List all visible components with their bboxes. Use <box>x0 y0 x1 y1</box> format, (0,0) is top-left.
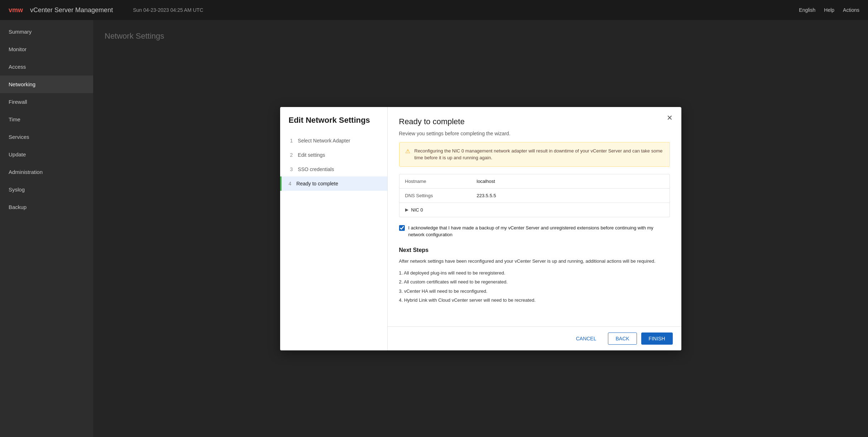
nic-chevron-icon: ▶ <box>405 207 408 212</box>
topbar: vmw vCenter Server Management Sun 04-23-… <box>0 0 868 20</box>
review-subtitle: Review you settings before completing th… <box>399 131 670 136</box>
step-2-number: 2 <box>290 152 293 158</box>
sidebar-item-firewall[interactable]: Firewall <box>0 93 93 111</box>
main-content: Network Settings Edit Network Settings 1… <box>93 20 868 437</box>
edit-network-settings-dialog: Edit Network Settings 1 Select Network A… <box>280 107 681 350</box>
dialog-body: Edit Network Settings 1 Select Network A… <box>280 107 681 350</box>
brand-logo: vmw <box>9 6 23 14</box>
dialog-title: Edit Network Settings <box>280 116 387 133</box>
dns-label: DNS Settings <box>399 189 471 203</box>
sidebar: Summary Monitor Access Networking Firewa… <box>0 20 93 437</box>
topbar-right: English Help Actions <box>799 7 859 13</box>
sidebar-item-administration[interactable]: Administration <box>0 163 93 181</box>
hostname-row: Hostname localhost <box>399 174 670 189</box>
sidebar-item-services[interactable]: Services <box>0 128 93 146</box>
back-button[interactable]: BACK <box>608 332 637 345</box>
next-step-3: 3. vCenter HA will need to be reconfigur… <box>399 287 670 295</box>
sidebar-item-time[interactable]: Time <box>0 111 93 128</box>
step-1-number: 1 <box>290 138 293 144</box>
next-step-2: 2. All custom certificates will need to … <box>399 278 670 286</box>
dialog-footer: CANCEL BACK FINISH <box>388 326 681 350</box>
language-selector[interactable]: English <box>799 7 815 13</box>
settings-table: Hostname localhost DNS Settings 223.5.5.… <box>399 174 670 217</box>
sidebar-item-access[interactable]: Access <box>0 58 93 76</box>
dialog-main-panel: ✕ Ready to complete Review you settings … <box>388 107 681 350</box>
nic-row[interactable]: ▶ NIC 0 <box>399 203 670 217</box>
next-steps-title: Next Steps <box>399 247 670 253</box>
modal-overlay: Edit Network Settings 1 Select Network A… <box>93 20 868 437</box>
sidebar-item-syslog[interactable]: Syslog <box>0 181 93 198</box>
acknowledgment-label: I acknowledge that I have made a backup … <box>408 224 670 238</box>
acknowledgment-checkbox[interactable] <box>399 225 405 231</box>
step-3-sso-credentials[interactable]: 3 SSO credentials <box>280 162 387 176</box>
step-1-select-adapter[interactable]: 1 Select Network Adapter <box>280 133 387 148</box>
warning-icon: ⚠ <box>405 148 410 155</box>
step-2-edit-settings[interactable]: 2 Edit settings <box>280 148 387 162</box>
help-link[interactable]: Help <box>824 7 834 13</box>
sidebar-item-summary[interactable]: Summary <box>0 23 93 40</box>
step-4-label: Ready to complete <box>296 181 338 186</box>
step-4-ready-to-complete[interactable]: 4 Ready to complete <box>280 176 387 191</box>
dialog-steps-sidebar: Edit Network Settings 1 Select Network A… <box>280 107 388 350</box>
dns-value: 223.5.5.5 <box>471 189 670 203</box>
step-4-number: 4 <box>289 181 292 186</box>
next-steps-list: 1. All deployed plug-ins will need to be… <box>399 269 670 305</box>
content-title: Ready to complete <box>399 117 670 126</box>
step-1-label: Select Network Adapter <box>298 138 350 144</box>
sidebar-item-networking[interactable]: Networking <box>0 76 93 93</box>
sidebar-item-update[interactable]: Update <box>0 146 93 163</box>
actions-menu[interactable]: Actions <box>843 7 859 13</box>
finish-button[interactable]: FINISH <box>641 332 673 345</box>
dns-row: DNS Settings 223.5.5.5 <box>399 189 670 203</box>
nic-row-content[interactable]: ▶ NIC 0 <box>399 203 429 217</box>
hostname-value: localhost <box>471 174 670 188</box>
nic-label: NIC 0 <box>411 207 423 213</box>
hostname-label: Hostname <box>399 174 471 188</box>
dialog-content: Ready to complete Review you settings be… <box>388 107 681 326</box>
warning-text: Reconfiguring the NIC 0 management netwo… <box>414 147 664 161</box>
cancel-button[interactable]: CANCEL <box>569 332 604 345</box>
sidebar-item-backup[interactable]: Backup <box>0 198 93 216</box>
datetime: Sun 04-23-2023 04:25 AM UTC <box>133 7 203 13</box>
step-2-label: Edit settings <box>298 152 325 158</box>
step-3-label: SSO credentials <box>298 166 334 172</box>
app-title: vCenter Server Management <box>30 6 113 14</box>
warning-box: ⚠ Reconfiguring the NIC 0 management net… <box>399 142 670 167</box>
sidebar-item-monitor[interactable]: Monitor <box>0 40 93 58</box>
layout: Summary Monitor Access Networking Firewa… <box>0 20 868 437</box>
next-steps-desc: After network settings have been reconfi… <box>399 258 670 265</box>
next-step-1: 1. All deployed plug-ins will need to be… <box>399 269 670 277</box>
step-3-number: 3 <box>290 166 293 172</box>
next-step-4: 4. Hybrid Link with Cloud vCenter server… <box>399 296 670 304</box>
acknowledgment-checkbox-area: I acknowledge that I have made a backup … <box>399 224 670 238</box>
